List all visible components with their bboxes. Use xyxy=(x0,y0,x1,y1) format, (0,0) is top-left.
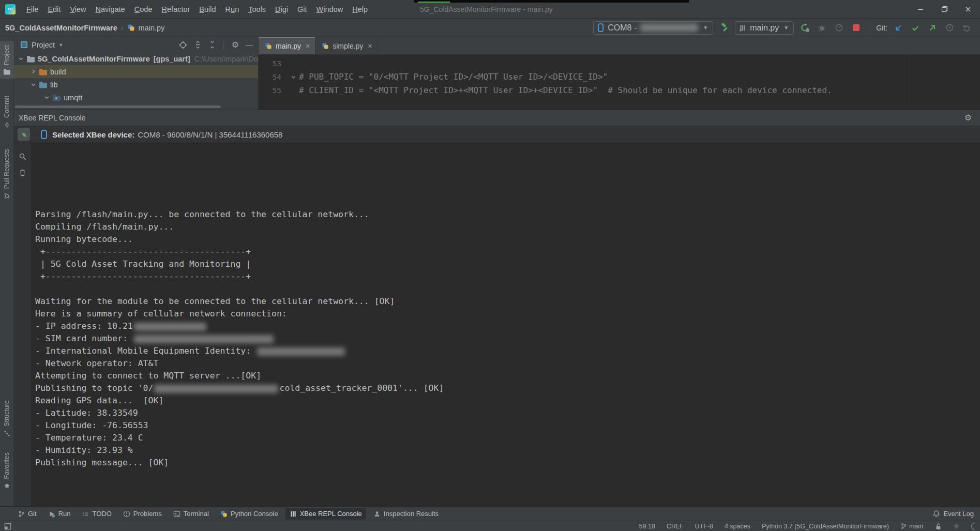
console-line: - International Mobile Equipment Identit… xyxy=(35,345,980,357)
menu-item[interactable]: Refactor xyxy=(157,3,195,16)
toolwindow-switcher-icon[interactable] xyxy=(4,523,11,530)
close-icon[interactable]: × xyxy=(306,42,310,50)
device-combo-label: COM8 - xyxy=(608,23,637,33)
console-line: - Humidity: 23.93 % xyxy=(35,444,980,457)
fold-arrow-icon[interactable] xyxy=(288,70,299,84)
rerun-button[interactable] xyxy=(798,22,811,34)
redacted-blur xyxy=(134,323,206,331)
collapse-all-icon[interactable] xyxy=(208,41,216,49)
xbee-repl-bars-icon xyxy=(290,510,297,518)
sidebar-item-favorites[interactable]: Favorites xyxy=(0,449,14,493)
sidebar-item-commit[interactable]: Commit xyxy=(0,92,14,132)
sidebar-item-project[interactable]: Project xyxy=(0,41,14,79)
locate-file-icon[interactable] xyxy=(179,41,187,49)
toolwindow-problems[interactable]: Problems xyxy=(119,508,166,520)
tab-main-py[interactable]: main.py × xyxy=(259,37,315,54)
tree-row-build[interactable]: build xyxy=(14,65,258,78)
chevron-down-icon[interactable] xyxy=(17,56,24,62)
clear-trash-icon[interactable] xyxy=(19,169,26,177)
menu-item[interactable]: File xyxy=(22,3,43,16)
tree-row-umqtt[interactable]: umqtt xyxy=(14,91,258,104)
code-line: 54 # PUB_TOPIC = "0/<MQTT Project ID>/<M… xyxy=(259,70,980,84)
git-update-button[interactable] xyxy=(892,22,904,34)
run-configuration-combo[interactable]: main.py ▼ xyxy=(735,21,794,35)
menu-item[interactable]: Tools xyxy=(244,3,270,16)
breadcrumb-separator: › xyxy=(121,24,124,32)
chevron-down-icon[interactable] xyxy=(43,95,50,100)
title-bar: PC FileEditViewNavigateCodeRefactorBuild… xyxy=(0,0,980,19)
tab-simple-py[interactable]: simple.py × xyxy=(315,37,378,54)
menu-item[interactable]: View xyxy=(65,3,91,16)
unlock-icon[interactable] xyxy=(934,522,942,530)
event-log-button[interactable]: Event Log xyxy=(932,510,974,518)
close-button[interactable] xyxy=(956,0,980,19)
menu-item[interactable]: Edit xyxy=(43,3,65,16)
maximize-button[interactable] xyxy=(932,0,956,19)
background-task-icon xyxy=(971,523,975,530)
pull-request-icon xyxy=(4,192,10,199)
menu-item[interactable]: Git xyxy=(293,3,312,16)
hide-panel-icon[interactable]: — xyxy=(246,41,253,49)
menu-item[interactable]: Build xyxy=(194,3,220,16)
console-gutter xyxy=(14,143,31,506)
toolwindow-inspection-results[interactable]: Inspection Results xyxy=(369,508,443,520)
rollback-button[interactable] xyxy=(960,22,973,34)
minimize-button[interactable] xyxy=(909,0,932,19)
tree-row-lib[interactable]: lib xyxy=(14,78,258,91)
xbee-device-icon xyxy=(40,130,48,139)
project-panel-title[interactable]: Project xyxy=(32,41,55,49)
console-output[interactable]: Parsing /flash/main.py... be connected t… xyxy=(31,143,980,506)
menu-item[interactable]: Window xyxy=(312,3,348,16)
console-line: - IP address: 10.21 xyxy=(35,320,980,332)
git-push-button[interactable] xyxy=(926,22,939,34)
sidebar-item-pull-requests[interactable]: Pull Requests xyxy=(0,145,14,203)
code-editor[interactable]: 53 54 # PUB_TOPIC = "0/<MQTT Project ID>… xyxy=(259,55,980,110)
git-commit-button[interactable] xyxy=(909,22,922,34)
micropython-config-icon xyxy=(739,24,746,32)
breadcrumb-project[interactable]: 5G_ColdAssetMonitorFirmware xyxy=(5,24,117,32)
close-icon[interactable]: × xyxy=(368,42,372,50)
history-button[interactable] xyxy=(943,22,956,34)
sidebar-item-structure[interactable]: Structure xyxy=(0,397,14,441)
project-panel-header: Project ▼ | ⚙ — xyxy=(14,37,258,52)
horizontal-scrollbar[interactable] xyxy=(15,105,257,109)
toolwindow-run[interactable]: Run xyxy=(44,508,75,520)
toolwindow-git[interactable]: Git xyxy=(13,508,41,520)
breadcrumb-file[interactable]: main.py xyxy=(139,24,165,32)
tree-row-root[interactable]: 5G_ColdAssetMonitorFirmware [gps_uart] C… xyxy=(14,52,258,65)
caret-position[interactable]: 59:18 xyxy=(639,523,655,530)
menu-item[interactable]: Run xyxy=(221,3,244,16)
python-interpreter[interactable]: Python 3.7 (5G_ColdAssetMonitorFirmware) xyxy=(762,523,889,530)
menu-item[interactable]: Code xyxy=(130,3,157,16)
console-line: - Longitude: -76.56553 xyxy=(35,419,980,432)
connect-toggle-button[interactable] xyxy=(18,128,30,141)
toolwindow-todo[interactable]: TODO xyxy=(78,508,115,520)
build-hammer-button[interactable] xyxy=(718,22,730,34)
console-line: Parsing /flash/main.py... be connected t… xyxy=(35,208,980,221)
line-separator[interactable]: CRLF xyxy=(667,523,684,530)
chevron-down-icon[interactable] xyxy=(29,82,37,87)
menu-item[interactable]: Digi xyxy=(270,3,293,16)
project-view-icon xyxy=(20,41,28,49)
python-file-icon xyxy=(265,42,272,50)
menu-item[interactable]: Help xyxy=(348,3,372,16)
menu-item[interactable]: Navigate xyxy=(91,3,130,16)
search-icon[interactable] xyxy=(19,153,27,161)
git-branch-widget[interactable]: main xyxy=(900,523,923,530)
breadcrumb: 5G_ColdAssetMonitorFirmware › main.py xyxy=(5,24,164,32)
expand-all-icon[interactable] xyxy=(194,41,202,49)
debug-button[interactable] xyxy=(816,22,828,34)
stop-button[interactable] xyxy=(850,22,862,34)
console-line xyxy=(35,494,980,506)
gear-icon[interactable]: ⚙ xyxy=(232,41,239,49)
device-selector-combo[interactable]: COM8 - ▼ xyxy=(593,21,713,35)
profiler-button[interactable] xyxy=(833,22,845,34)
indent-setting[interactable]: 4 spaces xyxy=(725,523,750,530)
toolwindow-python-console[interactable]: Python Console xyxy=(216,508,282,520)
file-encoding[interactable]: UTF-8 xyxy=(695,523,713,530)
device-label: Selected XBee device: xyxy=(52,130,134,139)
gear-icon[interactable]: ⚙ xyxy=(964,114,972,122)
chevron-right-icon[interactable] xyxy=(29,69,37,74)
toolwindow-xbee-repl-console[interactable]: XBee REPL Console xyxy=(285,508,366,520)
toolwindow-terminal[interactable]: Terminal xyxy=(169,508,213,520)
